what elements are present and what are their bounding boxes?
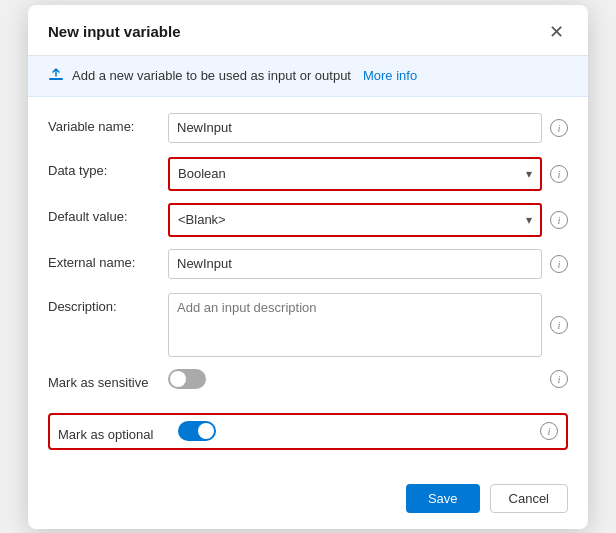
variable-name-label: Variable name:: [48, 113, 168, 134]
mark-optional-row: Mark as optional i: [48, 413, 568, 450]
mark-sensitive-toggle[interactable]: [168, 369, 206, 389]
cancel-button[interactable]: Cancel: [490, 484, 568, 513]
upload-icon: [48, 66, 64, 86]
svg-rect-0: [49, 78, 63, 80]
close-button[interactable]: ✕: [545, 21, 568, 43]
data-type-control: Boolean Text Integer Float DateTime List…: [168, 157, 568, 191]
dialog-title: New input variable: [48, 23, 181, 40]
description-label: Description:: [48, 293, 168, 314]
external-name-row: External name: i: [48, 249, 568, 281]
description-row: Description: i: [48, 293, 568, 357]
data-type-select-wrapper: Boolean Text Integer Float DateTime List…: [168, 157, 542, 191]
optional-toggle-thumb: [198, 423, 214, 439]
data-type-select[interactable]: Boolean Text Integer Float DateTime List…: [170, 159, 540, 189]
variable-name-row: Variable name: i: [48, 113, 568, 145]
default-value-select-wrapper: <Blank> True False ▾: [168, 203, 542, 237]
data-type-info-icon: i: [550, 165, 568, 183]
description-control: i: [168, 293, 568, 357]
mark-optional-toggle[interactable]: [178, 421, 216, 441]
new-input-variable-dialog: New input variable ✕ Add a new variable …: [28, 5, 588, 529]
variable-name-info-icon: i: [550, 119, 568, 137]
banner-text: Add a new variable to be used as input o…: [72, 68, 351, 83]
external-name-label: External name:: [48, 249, 168, 270]
variable-name-input[interactable]: [168, 113, 542, 143]
dialog-footer: Save Cancel: [28, 474, 588, 529]
default-value-info-icon: i: [550, 211, 568, 229]
dialog-header: New input variable ✕: [28, 5, 588, 56]
default-value-select[interactable]: <Blank> True False: [170, 205, 540, 235]
mark-sensitive-control: i: [168, 369, 568, 389]
toggle-thumb: [170, 371, 186, 387]
mark-sensitive-info-icon: i: [550, 370, 568, 388]
mark-optional-inner: Mark as optional i: [58, 421, 558, 442]
mark-sensitive-label: Mark as sensitive: [48, 369, 168, 390]
default-value-control: <Blank> True False ▾ i: [168, 203, 568, 237]
mark-optional-label: Mark as optional: [58, 421, 178, 442]
default-value-row: Default value: <Blank> True False ▾ i: [48, 203, 568, 237]
default-value-label: Default value:: [48, 203, 168, 224]
description-textarea[interactable]: [168, 293, 542, 357]
dialog-body: Variable name: i Data type: Boolean Text…: [28, 97, 588, 474]
mark-optional-control: i: [178, 421, 558, 441]
data-type-label: Data type:: [48, 157, 168, 178]
external-name-control: i: [168, 249, 568, 279]
variable-name-control: i: [168, 113, 568, 143]
info-banner: Add a new variable to be used as input o…: [28, 56, 588, 97]
description-info-icon: i: [550, 316, 568, 334]
more-info-link[interactable]: More info: [363, 68, 417, 83]
data-type-row: Data type: Boolean Text Integer Float Da…: [48, 157, 568, 191]
save-button[interactable]: Save: [406, 484, 480, 513]
external-name-info-icon: i: [550, 255, 568, 273]
external-name-input[interactable]: [168, 249, 542, 279]
mark-sensitive-row: Mark as sensitive i: [48, 369, 568, 401]
mark-optional-info-icon: i: [540, 422, 558, 440]
